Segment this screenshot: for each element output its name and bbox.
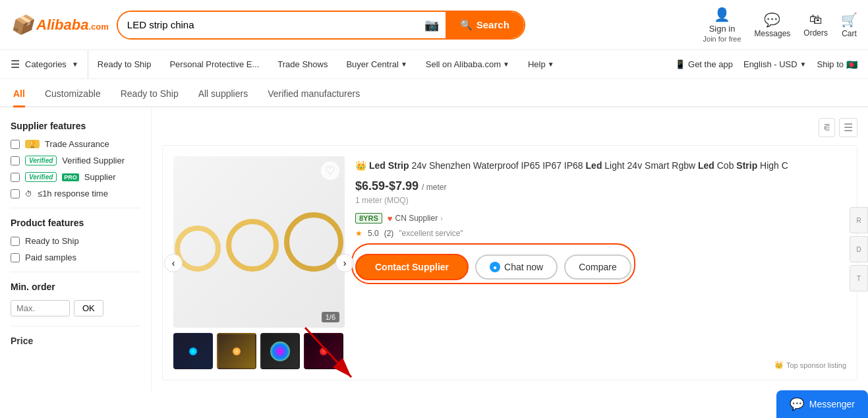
led-strip-visual <box>173 156 345 328</box>
nav-link-label: Personal Protective E... <box>169 59 259 69</box>
alibaba-wordmark: Alibaba <box>36 16 88 34</box>
ready-to-ship-checkbox[interactable] <box>11 237 20 246</box>
categories-menu[interactable]: ☰ Categories ▼ <box>11 50 88 78</box>
search-input[interactable]: LED strip china <box>118 12 418 38</box>
cn-supplier-link[interactable]: ♥ CN Supplier › <box>388 214 443 224</box>
verified-pro-supplier-label: Supplier <box>84 172 116 182</box>
tab-all[interactable]: All <box>13 88 25 107</box>
nav-link-label: Sell on Alibaba.com <box>426 59 501 69</box>
nav-ready-to-ship[interactable]: Ready to Ship <box>88 50 161 78</box>
nav-trade-shows[interactable]: Trade Shows <box>268 50 337 78</box>
product-main-image: ♡ 1/6 <box>173 156 345 328</box>
image-counter: 1/6 <box>322 312 339 322</box>
verified-pro-badge-text: Verified <box>25 172 57 182</box>
nav-help[interactable]: Help ▼ <box>519 50 564 78</box>
moq-row: 1 meter (MOQ) <box>355 196 846 205</box>
cn-supplier-label: CN Supplier <box>395 214 438 223</box>
nav-sell-on-alibaba[interactable]: Sell on Alibaba.com ▼ <box>417 50 519 78</box>
title-text-2: Light 24v Smart Rgbw <box>604 160 698 171</box>
nav-buyer-central[interactable]: Buyer Central ▼ <box>337 50 416 78</box>
messenger-bar[interactable]: 💬 Messenger <box>776 390 868 391</box>
get-app-label: Get the app <box>688 59 733 69</box>
thumbnail-2[interactable] <box>217 333 256 369</box>
ship-to-selector[interactable]: Ship to 🇧🇩 <box>817 59 857 70</box>
side-button-2[interactable]: D <box>850 236 868 262</box>
supplier-heart-icon: ♥ <box>388 214 393 224</box>
response-time-filter[interactable]: ⏱ ≤1h response time <box>11 189 140 198</box>
alibaba-domain: .com <box>88 22 108 32</box>
moq-label: (MOQ) <box>384 196 409 205</box>
cart-action[interactable]: 🛒 Cart <box>841 12 857 38</box>
pro-badge: PRO <box>62 173 79 181</box>
chat-now-button[interactable]: ● Chat now <box>475 254 558 280</box>
thumb-dot-2 <box>233 347 241 355</box>
thumb-dot-3 <box>270 342 290 361</box>
action-buttons-container: Contact Supplier ● Chat now Compare <box>355 247 631 280</box>
title-highlight-led-2: Led <box>698 160 714 171</box>
rating-value: 5.0 <box>368 229 379 238</box>
language-label: English - USD <box>743 59 797 69</box>
thumbnail-row <box>173 333 345 369</box>
clock-icon: ⏱ <box>25 190 32 198</box>
wishlist-button[interactable]: ♡ <box>321 162 339 180</box>
ready-to-ship-filter[interactable]: Ready to Ship <box>11 236 140 246</box>
tab-customizable[interactable]: Customizable <box>45 88 101 107</box>
main-content: Supplier features 🏆 Trade Assurance Veri… <box>0 107 868 391</box>
response-time-checkbox[interactable] <box>11 189 20 198</box>
supplier-arrow-icon: › <box>440 215 442 222</box>
verified-pro-supplier-filter[interactable]: Verified PRO Supplier <box>11 172 140 182</box>
messages-action[interactable]: 💬 Messages <box>755 12 791 38</box>
trade-assurance-checkbox[interactable] <box>11 140 20 149</box>
flag-icon: 🇧🇩 <box>846 59 857 70</box>
messages-icon: 💬 <box>764 12 780 28</box>
contact-supplier-button[interactable]: Contact Supplier <box>355 254 469 280</box>
compare-button[interactable]: Compare <box>564 254 631 280</box>
crown-icon: 👑 <box>355 160 366 171</box>
min-order-row: OK <box>11 300 140 316</box>
verified-supplier-filter[interactable]: Verified Verified Supplier <box>11 156 140 165</box>
chat-icon: ● <box>490 262 500 272</box>
next-image-button[interactable]: › <box>335 254 354 272</box>
search-button[interactable]: 🔍 Search <box>446 12 524 38</box>
grid-view-button[interactable]: ⋷ <box>819 118 835 137</box>
title-highlight-led: Led <box>586 160 602 171</box>
side-button-1[interactable]: R <box>850 207 868 233</box>
nav-links: Ready to Ship Personal Protective E... T… <box>88 50 675 78</box>
sponsor-crown-icon: 👑 <box>774 361 784 369</box>
camera-search-button[interactable]: 📷 <box>418 18 446 32</box>
tab-verified-manufacturers[interactable]: Verified manufacturers <box>268 88 360 107</box>
thumbnail-4[interactable] <box>304 333 343 369</box>
nav-link-label: Ready to Ship <box>98 59 152 69</box>
thumbnail-1[interactable] <box>173 333 213 369</box>
paid-samples-checkbox[interactable] <box>11 253 20 262</box>
list-view-button[interactable]: ☰ <box>839 118 857 137</box>
trade-assurance-filter[interactable]: 🏆 Trade Assurance <box>11 139 140 149</box>
logo[interactable]: 📦 Alibaba .com <box>11 14 109 36</box>
stars-icon: ★ <box>355 229 362 238</box>
sidebar: Supplier features 🏆 Trade Assurance Veri… <box>0 107 152 391</box>
language-selector[interactable]: English - USD ▼ <box>743 59 807 69</box>
min-order-ok-button[interactable]: OK <box>74 300 103 316</box>
rating-row: ★ 5.0 (2) "excellent service" <box>355 229 846 238</box>
years-badge: 8YRS <box>355 213 382 224</box>
nav-personal-protective[interactable]: Personal Protective E... <box>160 50 268 78</box>
orders-action[interactable]: 🛍 Orders <box>803 12 828 38</box>
thumbnail-3[interactable] <box>260 333 300 369</box>
nav-right: 📱 Get the app English - USD ▼ Ship to 🇧🇩 <box>675 59 857 70</box>
sponsor-text: Top sponsor listing <box>786 361 846 369</box>
search-button-label: Search <box>477 19 509 30</box>
verified-pro-checkbox[interactable] <box>11 173 20 182</box>
signin-action[interactable]: 👤 Sign in Join for free <box>703 7 741 43</box>
tab-all-suppliers[interactable]: All suppliers <box>198 88 248 107</box>
min-order-input[interactable] <box>11 300 70 316</box>
sponsor-badge: 👑 Top sponsor listing <box>774 361 846 369</box>
tab-ready-to-ship[interactable]: Ready to Ship <box>121 88 179 107</box>
get-app-link[interactable]: 📱 Get the app <box>675 59 733 69</box>
orders-icon: 🛍 <box>809 12 823 27</box>
paid-samples-filter[interactable]: Paid samples <box>11 253 140 262</box>
language-arrow-icon: ▼ <box>800 61 807 68</box>
prev-image-button[interactable]: ‹ <box>164 254 183 272</box>
verified-supplier-checkbox[interactable] <box>11 156 20 165</box>
user-icon: 👤 <box>714 7 730 22</box>
side-button-3[interactable]: T <box>850 265 868 291</box>
